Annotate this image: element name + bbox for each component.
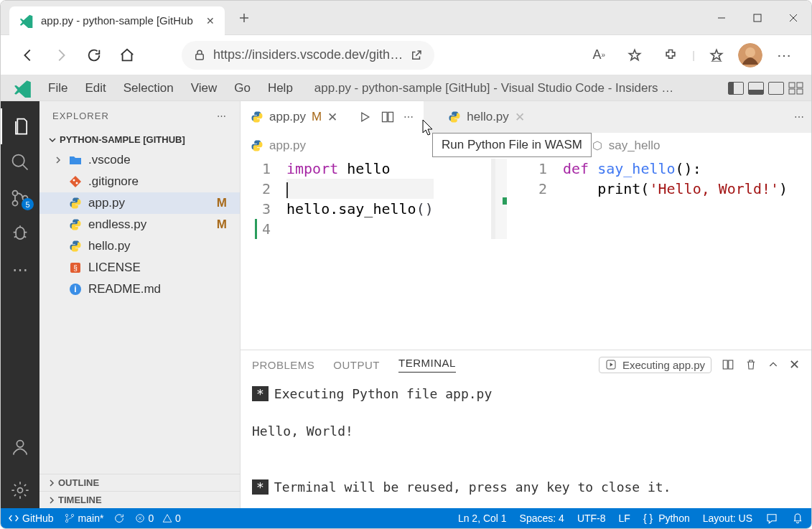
trash-icon[interactable]	[745, 358, 757, 371]
maximize-button[interactable]	[739, 4, 775, 32]
modified-badge: M	[217, 217, 234, 232]
chevron-down-icon	[48, 136, 57, 144]
menu-help[interactable]: Help	[259, 78, 302, 98]
svg-rect-1	[196, 54, 204, 60]
activity-debug[interactable]	[1, 216, 39, 252]
status-spaces[interactable]: Spaces: 4	[520, 512, 564, 524]
layout-grid-icon[interactable]	[788, 82, 804, 95]
python-icon	[68, 217, 83, 232]
panel-tab-terminal[interactable]: TERMINAL	[398, 357, 456, 373]
forward-button[interactable]	[47, 41, 75, 70]
sync-icon	[113, 512, 125, 524]
panel-tabs: PROBLEMS OUTPUT TERMINAL Executing app.p…	[241, 350, 811, 379]
address-bar[interactable]: https://insiders.vscode.dev/gith…	[182, 41, 434, 70]
split-icon[interactable]	[722, 358, 734, 371]
explorer-sidebar: EXPLORER ⋯ PYTHON-SAMPLE [GITHUB] .vscod…	[39, 101, 241, 508]
close-icon[interactable]: ✕	[515, 110, 525, 125]
status-errors[interactable]: 0 0	[135, 512, 180, 524]
svg-rect-20	[383, 112, 388, 121]
reload-button[interactable]	[80, 41, 108, 70]
python-icon	[251, 111, 263, 123]
code-content[interactable]: def say_hello(): print('Hello, World!')	[557, 159, 788, 239]
terminal-task-indicator[interactable]: Executing app.py	[599, 357, 711, 373]
status-branch[interactable]: main*	[64, 512, 104, 524]
menu-go[interactable]: Go	[225, 78, 259, 98]
code-pane-left[interactable]: 1234 import hello hello.say_hello()	[241, 159, 495, 239]
close-panel-icon[interactable]: ✕	[789, 357, 800, 373]
activity-explorer[interactable]	[1, 108, 39, 144]
svg-point-10	[13, 201, 18, 206]
menu-selection[interactable]: Selection	[115, 78, 182, 98]
timeline-section[interactable]: TIMELINE	[39, 491, 240, 508]
favorite-button[interactable]	[620, 41, 649, 70]
split-icon[interactable]	[381, 110, 395, 124]
tree-item-license[interactable]: § LICENSE	[39, 257, 240, 278]
explorer-root[interactable]: PYTHON-SAMPLE [GITHUB]	[39, 130, 240, 149]
close-icon[interactable]: ✕	[327, 110, 337, 125]
menu-view[interactable]: View	[182, 78, 226, 98]
text-size-button[interactable]: A»	[584, 41, 613, 70]
tree-item-endless-py[interactable]: endless.py M	[39, 214, 240, 235]
minimap[interactable]	[495, 159, 507, 239]
chevron-up-icon[interactable]	[767, 359, 779, 370]
status-remote[interactable]: GitHub	[8, 512, 54, 524]
close-window-button[interactable]	[775, 4, 811, 32]
breadcrumb-symbol[interactable]: say_hello	[609, 139, 661, 153]
activity-scm[interactable]: 5	[1, 180, 39, 216]
tree-item-readme[interactable]: i README.md	[39, 278, 240, 300]
panel-tab-output[interactable]: OUTPUT	[333, 359, 380, 371]
terminal-output[interactable]: *Executing Python file app.py Hello, Wor…	[241, 379, 811, 508]
menu-file[interactable]: File	[39, 78, 76, 98]
close-tab-icon[interactable]: ✕	[206, 15, 215, 27]
favorites-bar-button[interactable]	[702, 41, 731, 70]
tree-item-vscode[interactable]: .vscode	[39, 149, 240, 171]
toggle-panel-icon[interactable]	[748, 82, 764, 95]
toggle-sidebar-left-icon[interactable]	[728, 82, 744, 95]
activity-more[interactable]: ⋯	[1, 252, 39, 288]
toggle-sidebar-right-icon[interactable]	[768, 82, 784, 95]
status-language[interactable]: { }Python	[643, 512, 690, 524]
status-cursor[interactable]: Ln 2, Col 1	[458, 512, 507, 524]
profile-avatar[interactable]	[738, 43, 762, 67]
tree-item-gitignore[interactable]: .gitignore	[39, 171, 240, 192]
menu-edit[interactable]: Edit	[76, 78, 114, 98]
tree-item-app-py[interactable]: app.py M	[39, 192, 240, 214]
home-button[interactable]	[113, 41, 141, 70]
vscode-body: 5 ⋯ EXPLORER ⋯ PYTHON-SAMPLE [GITHUB] .v…	[1, 101, 811, 508]
status-layout[interactable]: Layout: US	[703, 512, 752, 524]
status-encoding[interactable]: UTF-8	[577, 512, 606, 524]
code-content[interactable]: import hello hello.say_hello()	[281, 159, 434, 239]
browser-toolbar: https://insiders.vscode.dev/gith… A» | ⋯	[1, 35, 811, 75]
outline-section[interactable]: OUTLINE	[39, 474, 240, 491]
more-icon[interactable]: ⋯	[794, 111, 804, 123]
extensions-button[interactable]	[656, 41, 685, 70]
branch-icon	[64, 512, 75, 524]
activity-account[interactable]	[1, 429, 39, 465]
minimize-button[interactable]	[704, 4, 739, 32]
app-window: app.py - python-sample [GitHub ✕ https:/…	[0, 0, 812, 529]
status-sync[interactable]	[113, 512, 125, 524]
browser-tab[interactable]: app.py - python-sample [GitHub ✕	[9, 6, 225, 35]
status-eol[interactable]: LF	[619, 512, 630, 524]
code-pane-right[interactable]: 12 def say_hello(): print('Hello, World!…	[507, 159, 811, 239]
editor-tab-app-py[interactable]: app.py M ✕	[241, 101, 347, 133]
feedback-icon[interactable]	[765, 512, 778, 525]
back-button[interactable]	[14, 41, 42, 70]
new-tab-button[interactable]	[232, 6, 256, 30]
more-icon[interactable]: ⋯	[403, 111, 414, 123]
svg-rect-24	[729, 360, 733, 369]
more-button[interactable]: ⋯	[770, 41, 798, 70]
breadcrumb-file[interactable]: app.py	[269, 139, 306, 153]
editor-tab-hello-py[interactable]: hello.py ✕	[438, 101, 535, 133]
svg-rect-4	[789, 83, 795, 88]
play-icon[interactable]	[358, 110, 372, 124]
folder-icon	[68, 153, 83, 167]
activity-settings[interactable]	[1, 472, 39, 508]
panel-tab-problems[interactable]: PROBLEMS	[252, 359, 314, 371]
breadcrumbs: app.py › say_hello Run Python File in WA…	[241, 133, 811, 159]
activity-search[interactable]	[1, 144, 39, 180]
bell-icon[interactable]	[791, 512, 804, 525]
tree-item-hello-py[interactable]: hello.py	[39, 235, 240, 257]
explorer-more-icon[interactable]: ⋯	[217, 111, 227, 121]
open-external-icon[interactable]	[410, 49, 423, 62]
